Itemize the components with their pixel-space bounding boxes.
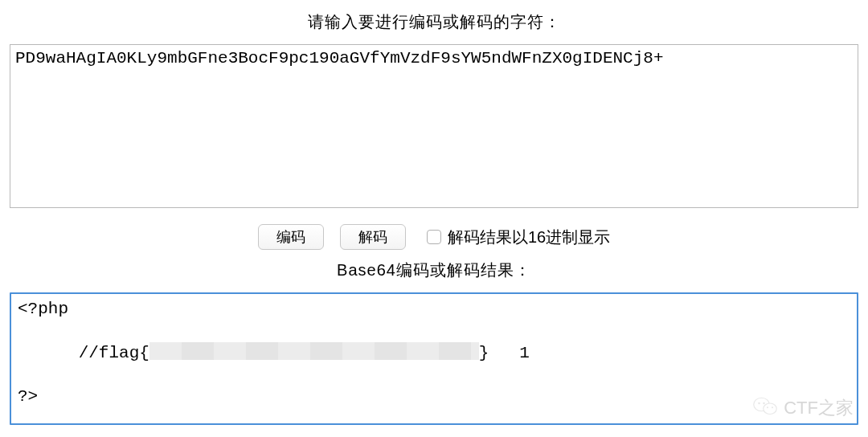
input-heading: 请输入要进行编码或解码的字符： [10,11,858,33]
result-textarea[interactable]: <?php //flag{} 1 ?> [10,292,858,425]
output-line-3: ?> [18,386,850,408]
hex-checkbox-wrap: 解码结果以16进制显示 [427,227,610,248]
hex-checkbox[interactable] [427,230,441,244]
encode-button[interactable]: 编码 [258,224,324,250]
output-heading: Base64编码或解码结果： [10,259,858,281]
flag-suffix: } 1 [479,344,530,362]
flag-prefix: //flag{ [79,344,149,362]
output-line-1: <?php [18,299,850,321]
controls-row: 编码 解码 解码结果以16进制显示 [10,224,858,250]
decode-button[interactable]: 解码 [340,224,406,250]
censored-region [149,342,479,360]
output-line-2: //flag{} 1 [18,321,850,386]
hex-checkbox-label: 解码结果以16进制显示 [448,227,610,248]
source-textarea[interactable] [10,44,858,208]
